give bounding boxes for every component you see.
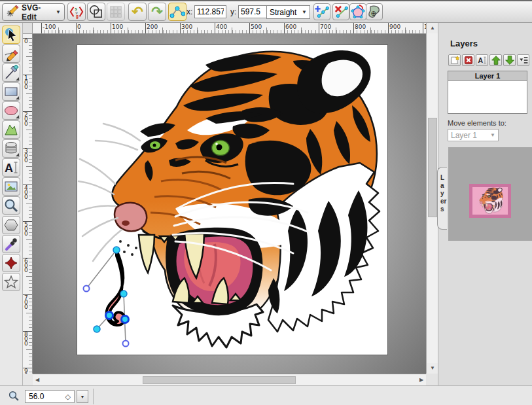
svg-text:A: A — [478, 57, 483, 64]
svg-canvas[interactable] — [77, 45, 387, 355]
flyout-arrow-icon — [16, 77, 19, 80]
scroll-left-arrow-icon[interactable]: ◀ — [33, 375, 42, 385]
layers-list: Layer 1 — [448, 71, 527, 114]
app-logo-icon — [6, 5, 19, 20]
zoom-level-value: 56.0 — [29, 392, 44, 401]
new-layer-button[interactable] — [448, 54, 461, 66]
delete-node-button[interactable] — [332, 3, 349, 20]
move-elements-value: Layer 1 — [451, 131, 477, 140]
star-tool-button[interactable] — [2, 273, 20, 291]
pencil-tool-button[interactable] — [2, 44, 20, 63]
move-elements-label: Move elements to: — [448, 119, 506, 127]
main-toolbar: SVG-Edit ▼ svg ↶ ↷ x: y: Straight ▼ — [0, 1, 532, 23]
y-coordinate-input[interactable] — [238, 5, 270, 18]
hexagon-tool-button[interactable] — [2, 216, 20, 234]
chevron-down-icon: ▼ — [56, 9, 61, 15]
redo-button[interactable]: ↷ — [148, 3, 166, 21]
flyout-arrow-icon — [16, 115, 19, 118]
flyout-arrow-icon — [16, 153, 19, 156]
zoom-tool-button[interactable] — [2, 196, 20, 215]
layer-row[interactable]: Layer 1 — [448, 71, 527, 81]
scroll-down-arrow-icon[interactable]: ▼ — [427, 363, 438, 374]
zoom-icon — [8, 390, 20, 404]
zoom-presets-button[interactable]: ▼ — [77, 390, 88, 403]
layer-menu-button[interactable] — [517, 54, 529, 66]
close-path-button[interactable] — [349, 3, 366, 20]
flower-shape-tool-button[interactable] — [2, 254, 20, 272]
tiger-drawing — [77, 45, 387, 355]
layer-buttons-row: A — [448, 54, 529, 66]
redo-icon: ↷ — [151, 5, 163, 18]
workarea[interactable] — [33, 34, 426, 374]
rectangle-tool-button[interactable] — [2, 82, 20, 101]
svg-edit-window: SVG-Edit ▼ svg ↶ ↷ x: y: Straight ▼ — [0, 0, 532, 405]
drawing-thumbnail — [469, 184, 511, 218]
add-node-button[interactable] — [313, 3, 330, 20]
svg-text:⊕: ⊕ — [371, 10, 376, 17]
divider — [93, 389, 94, 404]
svg-text:g: g — [76, 14, 79, 19]
preview-area — [448, 147, 532, 241]
image-tool-button[interactable] — [2, 177, 20, 196]
undo-icon: ↶ — [132, 5, 143, 18]
ruler-left: 0100200300400500600700800900 — [23, 34, 33, 374]
rename-layer-button[interactable]: A — [476, 54, 488, 66]
select-tool-button[interactable] — [2, 26, 20, 44]
undo-button[interactable]: ↶ — [128, 3, 147, 21]
flyout-arrow-icon — [16, 96, 19, 99]
shapes-wireframe-button[interactable] — [87, 3, 105, 21]
segment-type-select[interactable]: Straight ▼ — [266, 5, 310, 19]
pen-line-tool-button[interactable] — [2, 63, 20, 82]
main-menu-button[interactable]: SVG-Edit ▼ — [2, 3, 65, 21]
vertical-scroll-thumb[interactable] — [428, 118, 437, 217]
move-layer-down-button[interactable] — [503, 54, 516, 66]
move-layer-up-button[interactable] — [489, 54, 502, 66]
scroll-up-arrow-icon[interactable]: ▲ — [427, 23, 438, 33]
delete-layer-button[interactable] — [462, 54, 474, 66]
tools-toolbar: A — [0, 23, 23, 385]
layers-panel: Layers A Layer 1 Move elements to: Layer… — [438, 23, 532, 385]
segment-type-value: Straight — [270, 8, 296, 17]
chevron-down-icon: ▼ — [302, 9, 307, 15]
chevron-down-icon: ▼ — [490, 132, 495, 138]
eyedropper-tool-button[interactable] — [2, 235, 20, 253]
shape-library-button[interactable] — [2, 139, 20, 158]
vertical-scrollbar[interactable]: ▲ ▼ — [426, 23, 438, 374]
grid-button[interactable] — [107, 3, 125, 21]
move-elements-select[interactable]: Layer 1 ▼ — [448, 129, 499, 141]
ruler-top: -10001002003004005006007008009001000 — [33, 23, 426, 34]
svg-text:A: A — [5, 162, 13, 175]
horizontal-scrollbar[interactable]: ◀ ▶ — [33, 374, 426, 385]
layers-panel-title: Layers — [450, 39, 478, 48]
spinner-icon[interactable]: ◇ — [65, 393, 71, 401]
ruler-corner — [23, 23, 33, 34]
zoom-level-input[interactable]: 56.0 ◇ — [25, 390, 75, 403]
convert-shape-button[interactable]: ⊕ — [366, 3, 383, 20]
polygon-tool-button[interactable] — [2, 120, 20, 139]
y-coordinate-label: y: — [230, 7, 236, 16]
main-menu-label: SVG-Edit — [22, 3, 53, 22]
edit-path-overlay — [84, 247, 129, 347]
scrollbar-corner — [426, 374, 438, 385]
status-bar: 56.0 ◇ ▼ — [0, 385, 532, 405]
x-coordinate-input[interactable] — [194, 5, 226, 18]
link-control-points-button[interactable] — [168, 3, 186, 21]
text-tool-button[interactable]: A — [2, 158, 20, 177]
svg-source-button[interactable]: svg — [67, 3, 86, 21]
scroll-right-arrow-icon[interactable]: ▶ — [417, 375, 426, 385]
ellipse-tool-button[interactable] — [2, 101, 20, 120]
layers-panel-toggle[interactable]: Layers — [437, 167, 447, 230]
horizontal-scroll-thumb[interactable] — [143, 376, 296, 384]
x-coordinate-label: x: — [186, 7, 192, 16]
